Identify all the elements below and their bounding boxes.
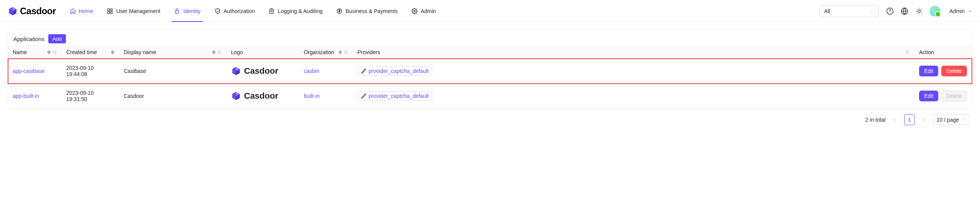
content: Applications Add Name [0, 22, 980, 134]
filter-icon[interactable] [52, 50, 57, 55]
nav-admin[interactable]: Admin [405, 0, 443, 22]
sort-icon[interactable] [47, 50, 51, 55]
org-link[interactable]: casbin [304, 68, 319, 74]
chevron-down-icon [961, 117, 966, 122]
svg-point-7 [414, 10, 415, 12]
table-row: app-casibase2023-09-10 19:44:08CasibaseC… [8, 59, 972, 84]
svg-rect-0 [108, 9, 110, 11]
page-size-value: 10 / page [937, 117, 959, 123]
provider-tag: provider_captcha_default [357, 91, 432, 101]
svg-rect-1 [111, 9, 113, 11]
globe-icon [901, 7, 908, 15]
language-button[interactable] [900, 7, 909, 15]
nav-logging[interactable]: Logging & Auditing [262, 0, 329, 22]
pagination-total: 2 in total [865, 117, 886, 123]
display-name: Casibase [124, 68, 146, 74]
nav-authorization-label: Authorization [224, 8, 255, 14]
lock-icon [174, 8, 180, 14]
svg-rect-4 [175, 11, 179, 13]
user-dropdown[interactable]: Admin [949, 8, 972, 14]
card-header: Applications Add [8, 30, 972, 46]
col-display: Display name [124, 49, 156, 55]
created-time: 2023-09-10 19:44:08 [66, 65, 94, 77]
sort-icon[interactable] [111, 50, 115, 55]
sort-icon[interactable] [338, 50, 342, 55]
svg-point-11 [53, 51, 56, 53]
applications-card: Applications Add Name [8, 30, 972, 109]
brand-logo[interactable]: Casdoor [8, 6, 56, 17]
app-logo-text: Casdoor [244, 91, 278, 101]
card-title: Applications [13, 36, 44, 42]
app-logo-icon [231, 66, 241, 76]
clipboard-icon [269, 8, 275, 14]
edit-button[interactable]: Edit [919, 66, 938, 76]
nav-authorization[interactable]: Authorization [208, 0, 262, 22]
table-row: app-built-in2023-09-10 19:31:50CasdoorCa… [8, 84, 972, 109]
shield-check-icon [215, 8, 221, 14]
applications-table: Name [8, 46, 972, 109]
nav-user-management-label: User Management [116, 8, 160, 14]
pencil-icon [361, 93, 366, 99]
table-header-row: Name [8, 46, 972, 59]
svg-point-12 [218, 51, 221, 53]
help-button[interactable] [886, 7, 894, 15]
nav-identity[interactable]: Identity [167, 0, 207, 22]
display-name: Casdoor [124, 93, 144, 99]
nav-logging-label: Logging & Auditing [278, 8, 323, 14]
app-name-link[interactable]: app-built-in [13, 93, 39, 99]
provider-link[interactable]: provider_captcha_default [369, 93, 429, 99]
avatar[interactable] [929, 6, 940, 17]
add-button[interactable]: Add [48, 34, 66, 43]
brand-cube-icon [8, 6, 18, 16]
pagination-page-current[interactable]: 1 [904, 114, 915, 125]
help-icon [886, 7, 894, 15]
col-action: Action [919, 49, 934, 55]
nav-user-management[interactable]: User Management [100, 0, 167, 22]
nav-home-label: Home [79, 8, 93, 14]
top-nav: Casdoor Home User Management Identity Au… [0, 0, 980, 22]
sun-icon [915, 7, 923, 15]
edit-button[interactable]: Edit [919, 91, 938, 101]
nav-admin-label: Admin [421, 8, 436, 14]
org-select-value: All [824, 8, 830, 14]
created-time: 2023-09-10 19:31:50 [66, 90, 94, 102]
sort-icon[interactable] [212, 50, 216, 55]
grid-icon [107, 8, 113, 14]
logo-cell: Casdoor [231, 91, 295, 101]
nav-identity-label: Identity [183, 8, 200, 14]
provider-tag: provider_captcha_default [357, 66, 432, 76]
logo-cell: Casdoor [231, 66, 295, 76]
app-logo-icon [231, 91, 241, 101]
svg-point-14 [906, 51, 909, 53]
org-link[interactable]: built-in [304, 93, 320, 99]
pagination-next[interactable] [919, 114, 929, 125]
svg-point-13 [344, 51, 347, 53]
topbar-utilities: Admin [886, 6, 972, 17]
app-name-link[interactable]: app-casibase [13, 68, 44, 74]
delete-button-disabled: Delete [941, 91, 967, 101]
filter-icon[interactable] [905, 50, 910, 55]
col-created: Created time [66, 49, 97, 55]
nav-home[interactable]: Home [63, 0, 100, 22]
col-name: Name [13, 49, 27, 55]
pagination-page-size[interactable]: 10 / page [933, 114, 969, 125]
pagination-prev[interactable] [890, 114, 900, 125]
provider-link[interactable]: provider_captcha_default [369, 68, 429, 74]
col-org: Organization [304, 49, 334, 55]
filter-icon[interactable] [217, 50, 222, 55]
pencil-icon [361, 68, 366, 74]
svg-point-10 [918, 10, 921, 12]
svg-rect-5 [270, 9, 274, 13]
home-icon [70, 8, 76, 14]
org-select[interactable]: All [819, 5, 879, 17]
col-logo: Logo [231, 49, 243, 55]
chevron-down-icon [968, 9, 972, 13]
filter-icon[interactable] [344, 50, 348, 55]
svg-rect-2 [108, 12, 110, 13]
gear-icon [411, 8, 418, 14]
theme-button[interactable] [915, 7, 923, 15]
nav-business[interactable]: Business & Payments [329, 0, 405, 22]
delete-button[interactable]: Delete [941, 66, 967, 76]
brand-text: Casdoor [20, 6, 56, 17]
col-providers: Providers [357, 49, 380, 55]
